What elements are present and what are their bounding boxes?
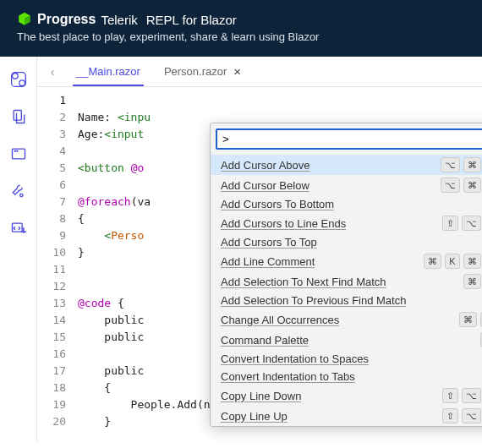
shortcut: ⌘D <box>463 274 482 289</box>
line-number: 2 <box>37 109 66 126</box>
key: ⌘ <box>424 254 441 269</box>
line-number: 9 <box>37 227 66 244</box>
command-label: Add Cursor Below <box>221 179 309 192</box>
command-palette-item[interactable]: Copy Line Down⇧⌥↓ <box>211 385 482 406</box>
line-number: 3 <box>37 126 66 143</box>
command-label: Command Palette <box>221 334 309 347</box>
line-number: 19 <box>37 396 66 413</box>
command-label: Change All Occurrences <box>221 314 339 326</box>
run-icon[interactable] <box>9 70 28 89</box>
key: ⇧ <box>442 408 458 423</box>
tab-bar: ‹ __Main.razor Person.razor × <box>37 57 482 87</box>
command-label: Convert Indentation to Tabs <box>221 370 355 383</box>
svg-point-0 <box>12 74 18 79</box>
code-editor[interactable]: 1234567891011121314151617181920 Name: <i… <box>37 87 482 442</box>
tagline: The best place to play, experiment, shar… <box>17 30 465 43</box>
command-label: Copy Line Down <box>221 390 301 402</box>
close-icon[interactable]: × <box>233 64 241 79</box>
command-palette-item[interactable]: Copy Line Up⇧⌥↑ <box>211 406 482 426</box>
key: ⇧ <box>442 388 458 403</box>
code-line[interactable] <box>78 92 482 109</box>
line-number: 8 <box>37 210 66 227</box>
command-palette-item[interactable]: Add Cursors to Line Ends⇧⌥I <box>211 213 482 233</box>
command-label: Copy Line Up <box>221 410 288 423</box>
shortcut: ⇧⌥I <box>442 216 482 231</box>
shortcut: ⌥⌘↑ <box>441 157 482 172</box>
command-palette-item[interactable]: Add Line Comment⌘K⌘C <box>211 251 482 271</box>
line-number: 20 <box>37 413 66 430</box>
svg-point-7 <box>19 194 22 196</box>
shortcut: ⌘F2 <box>459 312 482 327</box>
terminal-icon[interactable] <box>9 145 28 163</box>
command-label: Add Selection To Next Find Match <box>221 276 386 288</box>
svg-point-6 <box>16 150 17 151</box>
command-label: Add Cursors To Bottom <box>221 198 334 210</box>
command-palette-item[interactable]: Convert Indentation to Spaces <box>211 350 482 368</box>
key: ⌥ <box>462 408 481 423</box>
tab-scroll-left[interactable]: ‹ <box>41 60 64 84</box>
brand-name: Progress <box>37 12 96 27</box>
shortcut: ⇧⌥↓ <box>442 388 482 403</box>
line-number: 18 <box>37 380 66 396</box>
key: ⌘ <box>463 157 481 172</box>
command-palette-item[interactable]: Convert Indentation to Tabs <box>211 368 482 385</box>
line-number: 12 <box>37 278 66 295</box>
command-palette: Add Cursor Above⌥⌘↑Add Cursor Below⌥⌘↓Ad… <box>210 123 482 427</box>
command-label: Add Cursors To Top <box>221 236 317 249</box>
key: ⌘ <box>463 178 481 193</box>
line-number: 16 <box>37 346 66 363</box>
shortcut: ⇧⌥↑ <box>442 408 482 423</box>
svg-rect-3 <box>14 111 21 121</box>
line-number: 14 <box>37 312 66 329</box>
key: ⌥ <box>441 178 460 193</box>
tab-main-razor[interactable]: __Main.razor <box>64 57 152 86</box>
progress-logo-icon <box>17 12 32 27</box>
key: ⇧ <box>442 216 458 231</box>
svg-rect-4 <box>12 149 25 159</box>
command-palette-list: Add Cursor Above⌥⌘↑Add Cursor Below⌥⌘↓Ad… <box>211 155 482 426</box>
svg-point-1 <box>19 80 25 86</box>
command-palette-item[interactable]: Add Cursor Below⌥⌘↓ <box>211 175 482 195</box>
command-palette-item[interactable]: Add Cursors To Top <box>211 233 482 251</box>
header: Progress Telerik REPL for Blazor The bes… <box>0 0 482 57</box>
line-number: 13 <box>37 295 66 312</box>
command-palette-item[interactable]: Add Cursor Above⌥⌘↑ <box>211 155 482 175</box>
key: ⌘ <box>463 274 481 289</box>
command-palette-item[interactable]: Add Selection To Previous Find Match <box>211 292 482 309</box>
line-number: 15 <box>37 329 66 346</box>
line-number: 7 <box>37 194 66 210</box>
command-label: Add Selection To Previous Find Match <box>221 294 406 307</box>
app-title: REPL for Blazor <box>146 13 237 27</box>
key: ⌥ <box>462 388 481 403</box>
command-palette-item[interactable]: Command PaletteF1 <box>211 330 482 350</box>
command-label: Add Cursors to Line Ends <box>221 217 346 230</box>
sidebar <box>0 57 37 442</box>
line-number: 5 <box>37 160 66 177</box>
tools-icon[interactable] <box>9 182 28 200</box>
files-icon[interactable] <box>9 107 28 126</box>
line-number: 6 <box>37 177 66 194</box>
line-gutter: 1234567891011121314151617181920 <box>37 87 74 442</box>
key: K <box>445 254 460 269</box>
key: ⌘ <box>459 312 477 327</box>
key: ⌥ <box>441 157 460 172</box>
line-number: 4 <box>37 143 66 160</box>
embed-icon[interactable] <box>9 219 28 238</box>
tab-label: Person.razor <box>164 65 227 78</box>
command-palette-input[interactable] <box>216 128 482 150</box>
svg-point-5 <box>14 150 15 151</box>
key: ⌘ <box>463 254 481 269</box>
main: ‹ __Main.razor Person.razor × 1234567891… <box>37 57 482 442</box>
command-palette-item[interactable]: Add Selection To Next Find Match⌘D <box>211 271 482 292</box>
shortcut: ⌘K⌘C <box>424 254 482 269</box>
command-palette-item[interactable]: Add Cursors To Bottom <box>211 195 482 213</box>
line-number: 17 <box>37 363 66 380</box>
svg-rect-2 <box>11 73 25 87</box>
line-number: 10 <box>37 244 66 261</box>
brand-sub: Telerik <box>101 13 137 27</box>
tab-label: __Main.razor <box>76 65 140 78</box>
key: ⌥ <box>462 216 481 231</box>
command-palette-item[interactable]: Change All Occurrences⌘F2 <box>211 309 482 330</box>
tab-person-razor[interactable]: Person.razor × <box>152 57 253 86</box>
line-number: 11 <box>37 261 66 278</box>
